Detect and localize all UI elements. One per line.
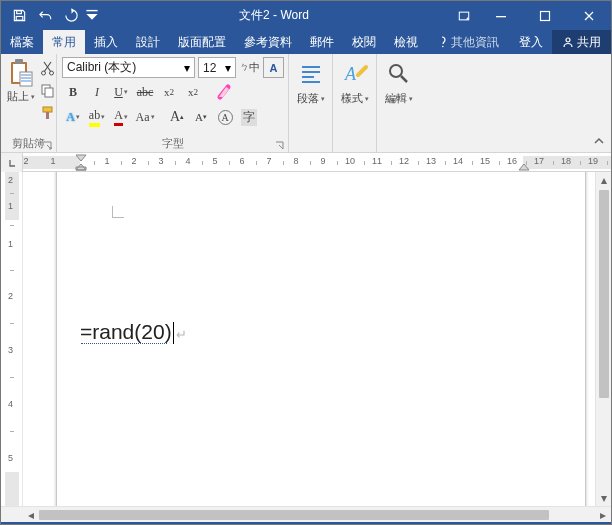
- redo-button[interactable]: [59, 4, 83, 28]
- tab-insert[interactable]: 插入: [85, 30, 127, 54]
- titlebar: 文件2 - Word: [1, 1, 611, 30]
- text-cursor: [173, 322, 174, 344]
- document-text[interactable]: =rand(20): [80, 320, 174, 344]
- character-shading-button[interactable]: 字: [238, 106, 260, 128]
- find-icon: [384, 59, 414, 89]
- horizontal-ruler[interactable]: 21123456789101112131415161718192021: [23, 153, 611, 171]
- superscript-button[interactable]: x2: [182, 81, 204, 103]
- tab-home[interactable]: 常用: [43, 30, 85, 54]
- chevron-down-icon: ▾: [182, 61, 192, 75]
- svg-rect-4: [496, 16, 506, 17]
- clear-formatting-button[interactable]: [214, 81, 236, 103]
- svg-text:A: A: [344, 64, 357, 84]
- share-button[interactable]: 共用: [552, 30, 611, 54]
- strikethrough-button[interactable]: abc: [134, 81, 156, 103]
- maximize-button[interactable]: [523, 1, 567, 30]
- svg-point-6: [442, 46, 444, 48]
- window-title: 文件2 - Word: [99, 1, 449, 30]
- sign-in-button[interactable]: 登入: [510, 30, 552, 54]
- italic-button[interactable]: I: [86, 81, 108, 103]
- phonetic-guide-button[interactable]: ㄅ中: [239, 57, 260, 78]
- tab-mailings[interactable]: 郵件: [301, 30, 343, 54]
- svg-point-13: [49, 71, 53, 75]
- paragraph-button[interactable]: 段落▾: [294, 57, 327, 136]
- font-name-combo[interactable]: Calibri (本文) ▾: [62, 57, 195, 78]
- margin-corner: [112, 206, 124, 218]
- grow-font-button[interactable]: A▴: [166, 106, 188, 128]
- ribbon-display-options-button[interactable]: [449, 1, 479, 30]
- format-painter-button[interactable]: [38, 103, 56, 121]
- vertical-ruler[interactable]: 2112345: [1, 172, 23, 506]
- group-clipboard: 貼上▾ 剪貼簿: [1, 54, 57, 152]
- svg-rect-15: [45, 88, 53, 97]
- enclose-characters-button[interactable]: A: [214, 106, 236, 128]
- window-controls: [449, 1, 611, 30]
- change-case-button[interactable]: Aa▾: [134, 106, 156, 128]
- bold-button[interactable]: B: [62, 81, 84, 103]
- vertical-scroll-thumb[interactable]: [599, 190, 609, 398]
- clipboard-dialog-launcher[interactable]: [41, 139, 53, 151]
- svg-rect-5: [541, 11, 550, 20]
- scroll-down-button[interactable]: ▾: [596, 490, 611, 506]
- share-label: 共用: [577, 34, 601, 51]
- shrink-font-button[interactable]: A▾: [190, 106, 212, 128]
- copy-button[interactable]: [38, 81, 56, 99]
- svg-point-12: [41, 71, 45, 75]
- scroll-right-button[interactable]: ▸: [595, 508, 611, 522]
- quick-access-toolbar: [1, 1, 99, 30]
- svg-rect-10: [15, 59, 23, 64]
- underline-button[interactable]: U▾: [110, 81, 132, 103]
- clipboard-icon: [6, 57, 36, 89]
- tab-references[interactable]: 參考資料: [235, 30, 301, 54]
- group-font: Calibri (本文) ▾ 12 ▾ ㄅ中 A B I U▾ abc x2: [57, 54, 289, 152]
- tell-me-label: 其他資訊: [451, 34, 499, 51]
- svg-rect-17: [46, 112, 49, 119]
- subscript-button[interactable]: x2: [158, 81, 180, 103]
- tab-review[interactable]: 校閱: [343, 30, 385, 54]
- svg-rect-2: [86, 10, 97, 11]
- paragraph-icon: [296, 59, 326, 89]
- undo-button[interactable]: [33, 4, 57, 28]
- font-dialog-launcher[interactable]: [273, 139, 285, 151]
- ruler-bar: 21123456789101112131415161718192021: [1, 153, 611, 172]
- svg-rect-16: [43, 107, 52, 112]
- ribbon-tabs: 檔案 常用 插入 設計 版面配置 參考資料 郵件 校閱 檢視 其他資訊 登入 共…: [1, 30, 611, 54]
- tab-layout[interactable]: 版面配置: [169, 30, 235, 54]
- scroll-up-button[interactable]: ▴: [596, 172, 611, 188]
- paragraph-mark-icon: ↵: [176, 327, 187, 342]
- minimize-button[interactable]: [479, 1, 523, 30]
- svg-point-7: [566, 38, 570, 42]
- cut-button[interactable]: [38, 59, 56, 77]
- text-effects-button[interactable]: A▾: [62, 106, 84, 128]
- font-color-button[interactable]: A▾: [110, 106, 132, 128]
- save-button[interactable]: [7, 4, 31, 28]
- right-indent-marker[interactable]: [518, 154, 530, 171]
- collapse-ribbon-button[interactable]: [590, 133, 608, 149]
- paste-button[interactable]: 貼上▾: [6, 57, 36, 104]
- first-line-indent-marker[interactable]: [75, 154, 87, 171]
- horizontal-scroll-thumb[interactable]: [39, 510, 549, 520]
- group-paragraph: 段落▾: [289, 54, 333, 152]
- styles-button[interactable]: A 樣式▾: [338, 57, 371, 136]
- group-font-label: 字型: [162, 137, 184, 149]
- svg-rect-11: [20, 72, 32, 86]
- tell-me-button[interactable]: 其他資訊: [427, 30, 508, 54]
- tab-view[interactable]: 檢視: [385, 30, 427, 54]
- ribbon: 貼上▾ 剪貼簿 Calibri (: [1, 54, 611, 153]
- tab-file[interactable]: 檔案: [1, 30, 43, 54]
- horizontal-scrollbar[interactable]: ◂ ▸: [1, 506, 611, 522]
- tab-design[interactable]: 設計: [127, 30, 169, 54]
- group-styles: A 樣式▾: [333, 54, 377, 152]
- document-area: 2112345 =rand(20) ↵ ▴ ▾: [1, 172, 611, 506]
- tab-selector[interactable]: [1, 153, 23, 172]
- character-border-button[interactable]: A: [263, 57, 284, 78]
- chevron-down-icon: ▾: [223, 61, 233, 75]
- highlight-button[interactable]: ab▾: [86, 106, 108, 128]
- font-size-combo[interactable]: 12 ▾: [198, 57, 236, 78]
- close-button[interactable]: [567, 1, 611, 30]
- styles-icon: A: [340, 59, 370, 89]
- scroll-left-button[interactable]: ◂: [23, 508, 39, 522]
- vertical-scrollbar[interactable]: ▴ ▾: [595, 172, 611, 506]
- editing-button[interactable]: 編輯▾: [382, 57, 416, 136]
- qat-customize-button[interactable]: [85, 4, 99, 28]
